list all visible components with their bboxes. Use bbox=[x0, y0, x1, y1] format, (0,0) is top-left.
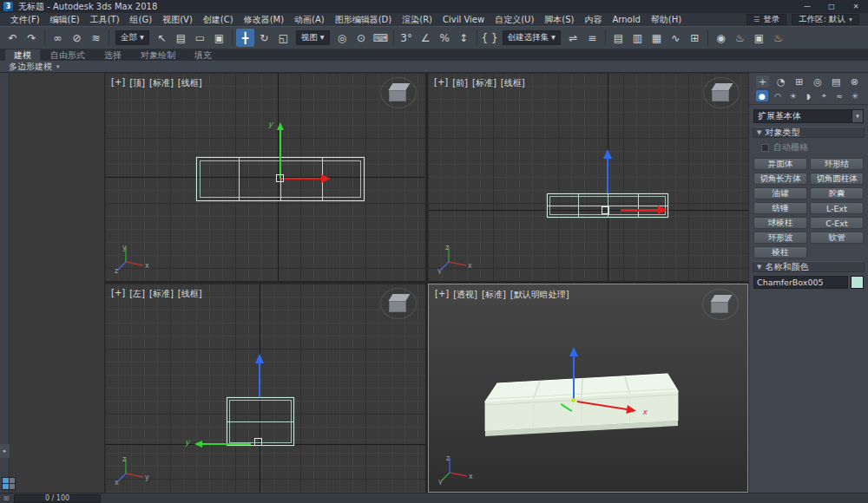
viewport-menu-button[interactable]: [+] bbox=[434, 77, 448, 89]
select-object-icon[interactable]: ↖ bbox=[153, 29, 171, 47]
object-type-button[interactable]: 胶囊 bbox=[810, 187, 864, 199]
viewport-standard-button[interactable]: [标准] bbox=[149, 288, 174, 300]
menu-item[interactable]: 文件(F) bbox=[5, 14, 45, 26]
separator[interactable] bbox=[232, 29, 233, 46]
viewport-menu-button[interactable]: [+] bbox=[111, 288, 125, 300]
ribbon-toggle-icon[interactable]: ▦ bbox=[648, 29, 666, 47]
time-slider-value[interactable]: 0 / 100 bbox=[14, 494, 101, 503]
snaps-toggle-icon[interactable]: 3° bbox=[398, 29, 416, 47]
gizmo-y-arrow[interactable] bbox=[194, 441, 202, 447]
viewport-pov-button[interactable]: [左] bbox=[129, 288, 145, 300]
edit-named-selection-sets-icon[interactable]: { } bbox=[481, 29, 499, 47]
render-setup-icon[interactable]: ♨ bbox=[731, 29, 749, 47]
viewport-layout-tabs-icon[interactable] bbox=[2, 477, 16, 490]
viewport-left[interactable]: [+] [左] [标准] [线框] y bbox=[105, 284, 425, 493]
viewport-top[interactable]: [+] [顶] [标准] [线框] y bbox=[105, 73, 425, 281]
selection-filter-dropdown[interactable]: 全部 ▾ bbox=[115, 30, 149, 45]
object-type-button[interactable]: 软管 bbox=[810, 232, 864, 244]
unlink-selection-icon[interactable]: ⊘ bbox=[68, 29, 86, 47]
window-crossing-icon[interactable]: ▣ bbox=[210, 29, 228, 47]
object-type-button[interactable]: L-Ext bbox=[810, 202, 864, 214]
viewport-standard-button[interactable]: [标准] bbox=[149, 77, 174, 89]
material-editor-icon[interactable]: ◉ bbox=[712, 29, 730, 47]
polygon-modeling-panel[interactable]: 多边形建模 bbox=[9, 61, 52, 73]
gizmo-z-axis[interactable] bbox=[573, 356, 575, 400]
select-and-scale-icon[interactable]: ◱ bbox=[274, 29, 293, 47]
menu-item[interactable]: 内容 bbox=[579, 14, 607, 26]
create-tab-icon[interactable]: + bbox=[756, 75, 769, 88]
angle-snap-icon[interactable]: ∠ bbox=[417, 29, 435, 47]
object-type-button[interactable]: 切角长方体 bbox=[753, 173, 807, 185]
menu-item[interactable]: 帮助(H) bbox=[646, 14, 687, 26]
use-pivot-center-icon[interactable]: ◎ bbox=[333, 29, 352, 47]
object-type-rollout[interactable]: ▼ 对象类型 bbox=[753, 127, 865, 138]
scene-explorer-icon[interactable]: ▤ bbox=[609, 29, 628, 47]
gizmo-y-arrow[interactable] bbox=[277, 122, 284, 130]
space-warps-category-icon[interactable]: ≈ bbox=[833, 90, 845, 101]
gizmo-x-arrow[interactable] bbox=[321, 174, 331, 183]
menu-item[interactable]: 图形编辑器(D) bbox=[330, 14, 398, 26]
separator[interactable] bbox=[108, 29, 109, 46]
menu-item[interactable]: 修改器(M) bbox=[239, 14, 289, 26]
object-type-button[interactable]: 油罐 bbox=[753, 187, 807, 199]
menu-item[interactable]: Civil View bbox=[437, 15, 490, 24]
object-type-button[interactable]: 纺锤 bbox=[753, 202, 807, 214]
object-type-button[interactable]: 球棱柱 bbox=[753, 217, 807, 229]
ribbon-tab[interactable]: 建模 bbox=[5, 49, 40, 61]
viewport-shading-button[interactable]: [线框] bbox=[178, 288, 202, 300]
display-tab-icon[interactable]: ▤ bbox=[830, 75, 843, 88]
viewport-pov-button[interactable]: [前] bbox=[452, 77, 468, 89]
viewport-standard-button[interactable]: [标准] bbox=[482, 289, 506, 301]
separator[interactable] bbox=[393, 29, 394, 46]
rectangular-selection-region-icon[interactable]: ▭ bbox=[191, 29, 209, 47]
align-icon[interactable]: ≡ bbox=[583, 29, 602, 47]
keyboard-override-icon[interactable]: ⌨ bbox=[372, 29, 390, 47]
ribbon-tab[interactable]: 填充 bbox=[186, 49, 220, 61]
chevron-down-icon[interactable]: ▾ bbox=[852, 110, 863, 122]
geometry-category-icon[interactable]: ● bbox=[756, 90, 768, 101]
cameras-category-icon[interactable]: ◗ bbox=[802, 90, 814, 101]
redo-icon[interactable]: ↷ bbox=[23, 29, 41, 47]
schematic-view-icon[interactable]: ⊞ bbox=[686, 29, 704, 47]
shapes-category-icon[interactable]: ◠ bbox=[772, 90, 784, 101]
expand-panel-button[interactable]: ▸ bbox=[0, 444, 10, 458]
ribbon-tab[interactable]: 自由形式 bbox=[42, 49, 94, 61]
gizmo-x-arrow[interactable] bbox=[658, 206, 667, 214]
menu-item[interactable]: 编辑(E) bbox=[45, 14, 85, 26]
app-logo-icon[interactable]: 3 bbox=[3, 2, 13, 11]
gizmo-x-axis[interactable] bbox=[621, 209, 658, 212]
viewport-menu-button[interactable]: [+] bbox=[111, 77, 125, 89]
object-color-swatch[interactable] bbox=[851, 276, 864, 289]
viewport-pov-button[interactable]: [顶] bbox=[129, 77, 145, 89]
separator[interactable] bbox=[605, 29, 606, 46]
primitive-type-dropdown[interactable]: 扩展基本体 ▾ bbox=[753, 109, 864, 123]
bind-to-space-warp-icon[interactable]: ≋ bbox=[87, 29, 105, 47]
menu-item[interactable]: 自定义(U) bbox=[490, 14, 539, 26]
select-and-rotate-icon[interactable]: ↻ bbox=[255, 29, 273, 47]
ribbon-tab[interactable]: 选择 bbox=[95, 49, 130, 61]
select-by-name-icon[interactable]: ▤ bbox=[172, 29, 190, 47]
select-and-manipulate-icon[interactable]: ⊙ bbox=[352, 29, 371, 47]
object-name-field[interactable]: ChamferBox005 bbox=[753, 276, 848, 289]
viewcube[interactable] bbox=[384, 291, 413, 317]
sign-in-button[interactable]: ☰ 登录 bbox=[746, 14, 786, 25]
object-type-button[interactable]: 环形波 bbox=[753, 232, 807, 244]
name-and-color-rollout[interactable]: ▼ 名称和颜色 bbox=[753, 261, 865, 272]
object-type-button[interactable]: C-Ext bbox=[810, 217, 864, 229]
separator[interactable] bbox=[44, 29, 45, 46]
object-type-button[interactable]: 环形结 bbox=[810, 158, 864, 170]
workspace-dropdown[interactable]: 工作区: 默认 ▾ bbox=[792, 14, 859, 25]
separator[interactable] bbox=[477, 29, 477, 46]
reference-coordinate-dropdown[interactable]: 视图 ▾ bbox=[296, 30, 330, 45]
viewport-front[interactable]: [+] [前] [标准] [线框] bbox=[428, 73, 748, 281]
motion-tab-icon[interactable]: ◎ bbox=[812, 75, 825, 88]
menu-item[interactable]: 组(G) bbox=[125, 14, 158, 26]
maximize-button[interactable]: □ bbox=[819, 0, 844, 13]
menu-item[interactable]: 渲染(R) bbox=[397, 14, 437, 26]
menu-item[interactable]: 工具(T) bbox=[85, 14, 125, 26]
menu-item[interactable]: 动画(A) bbox=[289, 14, 330, 26]
gizmo-z-arrow[interactable] bbox=[255, 354, 264, 363]
ribbon-tab[interactable]: 对象绘制 bbox=[132, 49, 184, 61]
rendered-frame-window-icon[interactable]: ▣ bbox=[750, 29, 768, 47]
object-type-button[interactable]: 切角圆柱体 bbox=[810, 173, 864, 185]
